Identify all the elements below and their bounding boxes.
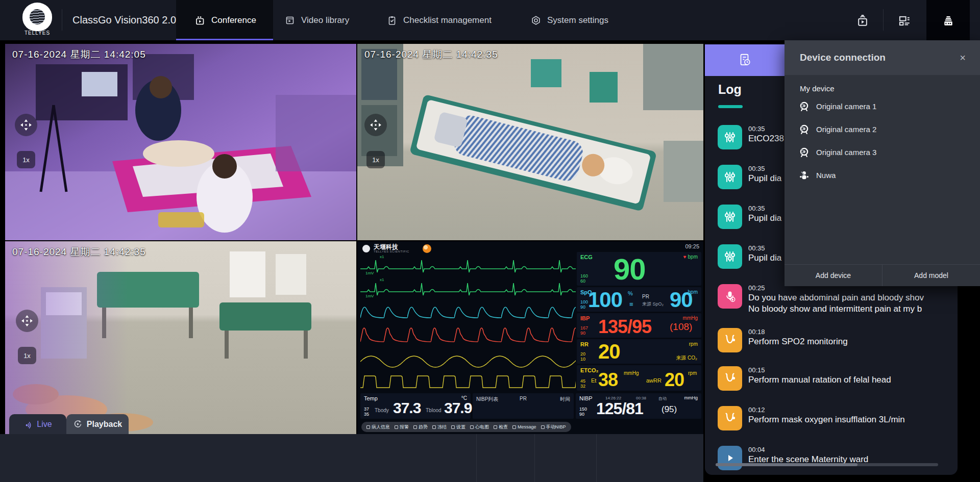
log-entry[interactable]: 00:04 Enter the scene Maternity ward xyxy=(718,446,952,474)
monitor-clock: 09:25 xyxy=(685,243,699,249)
screen-cast-icon xyxy=(856,14,869,27)
temp-panel: Temp °C 3735 Tbody 37.3 Tblood 37.9 xyxy=(360,393,471,419)
device-item-camera2[interactable]: Original camera 2 xyxy=(785,118,980,141)
chevron-right-icon xyxy=(798,101,807,110)
pr-value: 90 xyxy=(670,288,693,312)
pan-control[interactable] xyxy=(364,114,387,136)
tab-label: Conference xyxy=(211,15,256,26)
conference-icon xyxy=(195,15,205,26)
etco2-panel: ETCO₂ Et 38 mmHg awRR 20 rpm 4532 xyxy=(577,365,701,391)
rr-source: 来源 CO₂ xyxy=(676,354,697,362)
chevron-right-icon xyxy=(798,147,807,156)
taskbar-item: 检查 xyxy=(494,424,508,430)
etco2-value: 38 xyxy=(598,369,618,391)
resp-waveform xyxy=(360,345,576,368)
tab-system-settings[interactable]: System settings xyxy=(531,0,623,40)
log-entry[interactable]: 00:18 Perform SPO2 monitoring xyxy=(718,328,952,357)
taskbar-item: 冻结 xyxy=(432,424,447,430)
ecg-panel: ECG ♥ bpm 90 16060 xyxy=(577,252,701,286)
chevron-right-icon xyxy=(798,124,807,133)
tab-video-library[interactable]: Video library xyxy=(285,0,361,40)
log-entry[interactable]: 00:25 Do you have abdominal pain and blo… xyxy=(718,284,952,320)
taskbar-item: 病人信息 xyxy=(366,424,390,430)
log-entry[interactable]: 00:12 Perform mask oxygen insufflation 3… xyxy=(718,406,952,435)
playback-icon xyxy=(73,419,83,429)
taskbar-item-icon xyxy=(395,425,398,429)
ibp-value: 135/95 xyxy=(598,316,651,338)
taskbar-item: 手动NIBP xyxy=(541,424,566,430)
log-entry[interactable]: 00:15 Perform manual ratation of felal h… xyxy=(718,366,952,395)
pan-control[interactable] xyxy=(16,310,38,332)
tab-live[interactable]: Live xyxy=(9,414,66,434)
timestamp-overlay: 07-16-2024 星期二 14:42:35 xyxy=(12,245,146,259)
timestamp-overlay: 07-16-2024 星期二 14:42:35 xyxy=(364,48,498,61)
taskbar-item-icon xyxy=(413,425,417,429)
bar-divider xyxy=(534,434,535,482)
device-item-camera1[interactable]: Original camera 1 xyxy=(785,95,980,118)
monitor-vendor-icon xyxy=(423,244,431,253)
close-icon[interactable]: × xyxy=(957,52,969,64)
taskbar-item-icon xyxy=(451,425,455,429)
control-bar xyxy=(0,434,703,482)
video-feed-cam1[interactable]: 07-16-2024 星期二 14:42:05 1x xyxy=(5,44,356,240)
log-title: Log xyxy=(718,82,742,97)
stethoscope-icon xyxy=(718,366,742,391)
video-feed-cam3[interactable]: 07-16-2024 星期二 14:42:35 1x xyxy=(5,241,356,434)
vital-sign-icon xyxy=(718,125,742,149)
ibp-panel: IBP mmHg 135/95 (108) 16790 xyxy=(577,313,701,338)
ibp-waveform xyxy=(360,322,576,345)
brand-logo xyxy=(22,3,52,31)
chevron-right-icon xyxy=(798,170,807,179)
scrollbar-thumb[interactable] xyxy=(716,463,857,466)
zoom-level-badge[interactable]: 1x xyxy=(18,347,36,364)
popup-header: Device connection × xyxy=(785,40,980,75)
timestamp-overlay: 07-16-2024 星期二 14:42:05 xyxy=(12,48,146,61)
device-item-camera3[interactable]: Original camera 3 xyxy=(785,141,980,164)
pan-control[interactable] xyxy=(15,114,37,136)
log-tab-header[interactable] xyxy=(705,44,785,76)
ibp-mean: (108) xyxy=(670,321,692,333)
add-model-button[interactable]: Add model xyxy=(883,265,980,286)
log-title-underline xyxy=(718,105,743,108)
log-horizontal-scrollbar[interactable] xyxy=(716,463,938,466)
zoom-level-badge[interactable]: 1x xyxy=(17,151,35,168)
taskbar-item: 趋势 xyxy=(413,424,428,430)
add-device-button[interactable]: Add device xyxy=(785,265,882,286)
ecg-waveform-2: x1 1mV xyxy=(360,276,576,299)
layout-button[interactable] xyxy=(890,0,919,40)
device-connection-button[interactable] xyxy=(926,0,970,40)
video-feed-patient-monitor[interactable]: 天堰科技 TELLYES SCIENTIFIC 09:25 x1 1mV x1 … xyxy=(357,241,703,434)
gear-icon xyxy=(531,15,541,26)
device-item-nuwa[interactable]: Nuwa xyxy=(785,164,980,187)
nibp-value: 125/81 xyxy=(596,399,643,418)
checklist-icon xyxy=(387,15,397,26)
tab-live-label: Live xyxy=(37,420,52,429)
temp-limits: 3735 xyxy=(364,407,369,417)
screen-cast-button[interactable] xyxy=(848,0,877,40)
taskbar-item: 心电图 xyxy=(470,424,489,430)
tab-playback[interactable]: Playback xyxy=(66,414,129,434)
globe-icon xyxy=(30,9,45,24)
nibp-panel: NIBP 14:26:22 00:38 自动 mmHg 125/81 (95) … xyxy=(576,393,701,419)
ecg-unit: ♥ bpm xyxy=(683,254,698,260)
tab-checklist-management[interactable]: Checklist management xyxy=(387,0,502,40)
top-nav: TELLYES ClassGo Vision360 2.0 Conference… xyxy=(0,0,980,40)
pan-arrows-icon xyxy=(368,117,383,133)
taskbar-item: Message xyxy=(512,424,536,429)
camera-scene xyxy=(5,44,356,240)
play-icon xyxy=(718,446,742,470)
tab-label: System settings xyxy=(547,15,608,26)
app-title: ClassGo Vision360 2.0 xyxy=(72,14,176,26)
taskbar-item-icon xyxy=(470,425,474,429)
device-connection-popup: Device connection × My device Original c… xyxy=(785,40,980,286)
tab-conference[interactable]: Conference xyxy=(176,0,273,40)
taskbar-item-icon xyxy=(512,425,516,429)
nibp-limits: 15090 xyxy=(579,407,587,417)
taskbar-item-icon xyxy=(432,425,436,429)
video-feed-cam2[interactable]: 07-16-2024 星期二 14:42:35 1x xyxy=(357,44,703,240)
camera-scene xyxy=(357,44,703,240)
zoom-level-badge[interactable]: 1x xyxy=(366,151,385,168)
monitor-brand: 天堰科技 TELLYES SCIENTIFIC xyxy=(362,244,409,253)
tbody-value: 37.3 xyxy=(393,399,421,417)
pan-arrows-icon xyxy=(18,117,34,133)
